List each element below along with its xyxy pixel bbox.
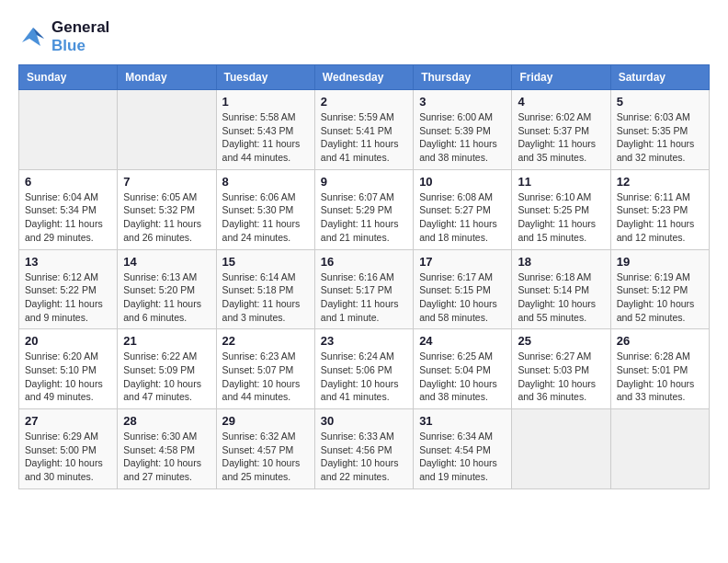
logo-line1: General	[51, 18, 109, 37]
day-info: Sunrise: 6:04 AM Sunset: 5:34 PM Dayligh…	[25, 190, 111, 245]
day-number: 23	[321, 334, 407, 348]
day-info: Sunrise: 6:34 AM Sunset: 4:54 PM Dayligh…	[419, 430, 506, 484]
header-wednesday: Wednesday	[314, 65, 413, 90]
day-number: 27	[25, 414, 111, 428]
day-number: 1	[222, 95, 309, 109]
day-number: 31	[419, 414, 506, 428]
day-number: 3	[419, 95, 506, 109]
day-info: Sunrise: 6:18 AM Sunset: 5:14 PM Dayligh…	[518, 270, 604, 325]
day-number: 13	[25, 255, 111, 269]
day-number: 6	[25, 175, 111, 189]
calendar-cell: 24Sunrise: 6:25 AM Sunset: 5:04 PM Dayli…	[414, 329, 512, 409]
calendar-cell: 31Sunrise: 6:34 AM Sunset: 4:54 PM Dayli…	[414, 409, 512, 489]
header-saturday: Saturday	[610, 65, 709, 90]
calendar-week-row: 20Sunrise: 6:20 AM Sunset: 5:10 PM Dayli…	[19, 329, 710, 409]
day-info: Sunrise: 6:02 AM Sunset: 5:37 PM Dayligh…	[518, 110, 604, 165]
day-info: Sunrise: 6:19 AM Sunset: 5:12 PM Dayligh…	[617, 270, 703, 325]
calendar-week-row: 13Sunrise: 6:12 AM Sunset: 5:22 PM Dayli…	[19, 249, 710, 329]
day-info: Sunrise: 6:13 AM Sunset: 5:20 PM Dayligh…	[123, 270, 210, 325]
logo-line2: Blue	[51, 37, 109, 55]
day-number: 10	[419, 175, 506, 189]
header-monday: Monday	[118, 65, 216, 90]
day-number: 18	[518, 255, 604, 269]
day-info: Sunrise: 6:24 AM Sunset: 5:06 PM Dayligh…	[321, 350, 407, 404]
header-thursday: Thursday	[414, 65, 512, 90]
day-info: Sunrise: 6:08 AM Sunset: 5:27 PM Dayligh…	[419, 190, 506, 245]
calendar-cell: 6Sunrise: 6:04 AM Sunset: 5:34 PM Daylig…	[19, 169, 118, 249]
day-info: Sunrise: 5:59 AM Sunset: 5:41 PM Dayligh…	[321, 110, 407, 165]
day-info: Sunrise: 6:30 AM Sunset: 4:58 PM Dayligh…	[123, 430, 210, 484]
calendar-cell	[610, 409, 709, 489]
day-info: Sunrise: 6:05 AM Sunset: 5:32 PM Dayligh…	[123, 190, 210, 245]
calendar-cell: 11Sunrise: 6:10 AM Sunset: 5:25 PM Dayli…	[512, 169, 610, 249]
day-number: 20	[25, 334, 111, 348]
calendar-cell: 30Sunrise: 6:33 AM Sunset: 4:56 PM Dayli…	[314, 409, 413, 489]
calendar-cell	[19, 90, 118, 170]
day-info: Sunrise: 6:11 AM Sunset: 5:23 PM Dayligh…	[617, 190, 703, 245]
day-number: 30	[321, 414, 407, 428]
calendar-cell: 1Sunrise: 5:58 AM Sunset: 5:43 PM Daylig…	[216, 90, 314, 170]
calendar-cell: 27Sunrise: 6:29 AM Sunset: 5:00 PM Dayli…	[19, 409, 118, 489]
day-info: Sunrise: 6:07 AM Sunset: 5:29 PM Dayligh…	[321, 190, 407, 245]
day-number: 14	[123, 255, 210, 269]
page-header: General Blue	[18, 18, 710, 55]
day-info: Sunrise: 6:33 AM Sunset: 4:56 PM Dayligh…	[321, 430, 407, 484]
calendar-cell: 10Sunrise: 6:08 AM Sunset: 5:27 PM Dayli…	[414, 169, 512, 249]
day-info: Sunrise: 6:20 AM Sunset: 5:10 PM Dayligh…	[25, 350, 111, 404]
day-info: Sunrise: 6:28 AM Sunset: 5:01 PM Dayligh…	[617, 350, 703, 404]
header-friday: Friday	[512, 65, 610, 90]
calendar-cell: 20Sunrise: 6:20 AM Sunset: 5:10 PM Dayli…	[19, 329, 118, 409]
calendar-cell: 5Sunrise: 6:03 AM Sunset: 5:35 PM Daylig…	[610, 90, 709, 170]
day-number: 8	[222, 175, 309, 189]
day-number: 9	[321, 175, 407, 189]
day-info: Sunrise: 6:10 AM Sunset: 5:25 PM Dayligh…	[518, 190, 604, 245]
calendar-table: SundayMondayTuesdayWednesdayThursdayFrid…	[18, 64, 710, 489]
day-number: 22	[222, 334, 309, 348]
day-info: Sunrise: 6:17 AM Sunset: 5:15 PM Dayligh…	[419, 270, 506, 325]
calendar-week-row: 1Sunrise: 5:58 AM Sunset: 5:43 PM Daylig…	[19, 90, 710, 170]
day-info: Sunrise: 6:22 AM Sunset: 5:09 PM Dayligh…	[123, 350, 210, 404]
calendar-cell: 26Sunrise: 6:28 AM Sunset: 5:01 PM Dayli…	[610, 329, 709, 409]
calendar-cell: 9Sunrise: 6:07 AM Sunset: 5:29 PM Daylig…	[314, 169, 413, 249]
day-number: 15	[222, 255, 309, 269]
calendar-cell: 22Sunrise: 6:23 AM Sunset: 5:07 PM Dayli…	[216, 329, 314, 409]
calendar-cell: 8Sunrise: 6:06 AM Sunset: 5:30 PM Daylig…	[216, 169, 314, 249]
day-info: Sunrise: 6:16 AM Sunset: 5:17 PM Dayligh…	[321, 270, 407, 325]
calendar-cell: 13Sunrise: 6:12 AM Sunset: 5:22 PM Dayli…	[19, 249, 118, 329]
day-number: 19	[617, 255, 703, 269]
day-number: 11	[518, 175, 604, 189]
day-info: Sunrise: 6:03 AM Sunset: 5:35 PM Dayligh…	[617, 110, 703, 165]
calendar-cell: 15Sunrise: 6:14 AM Sunset: 5:18 PM Dayli…	[216, 249, 314, 329]
calendar-cell: 3Sunrise: 6:00 AM Sunset: 5:39 PM Daylig…	[414, 90, 512, 170]
day-number: 24	[419, 334, 506, 348]
day-info: Sunrise: 6:00 AM Sunset: 5:39 PM Dayligh…	[419, 110, 506, 165]
day-number: 2	[321, 95, 407, 109]
day-number: 28	[123, 414, 210, 428]
calendar-cell: 19Sunrise: 6:19 AM Sunset: 5:12 PM Dayli…	[610, 249, 709, 329]
calendar-cell: 16Sunrise: 6:16 AM Sunset: 5:17 PM Dayli…	[314, 249, 413, 329]
day-number: 16	[321, 255, 407, 269]
calendar-week-row: 27Sunrise: 6:29 AM Sunset: 5:00 PM Dayli…	[19, 409, 710, 489]
logo-icon	[18, 24, 48, 50]
day-info: Sunrise: 5:58 AM Sunset: 5:43 PM Dayligh…	[222, 110, 309, 165]
day-info: Sunrise: 6:29 AM Sunset: 5:00 PM Dayligh…	[25, 430, 111, 484]
calendar-cell	[118, 90, 216, 170]
day-info: Sunrise: 6:12 AM Sunset: 5:22 PM Dayligh…	[25, 270, 111, 325]
logo: General Blue	[18, 18, 109, 55]
day-info: Sunrise: 6:23 AM Sunset: 5:07 PM Dayligh…	[222, 350, 309, 404]
day-info: Sunrise: 6:06 AM Sunset: 5:30 PM Dayligh…	[222, 190, 309, 245]
day-info: Sunrise: 6:14 AM Sunset: 5:18 PM Dayligh…	[222, 270, 309, 325]
calendar-cell: 29Sunrise: 6:32 AM Sunset: 4:57 PM Dayli…	[216, 409, 314, 489]
calendar-cell: 21Sunrise: 6:22 AM Sunset: 5:09 PM Dayli…	[118, 329, 216, 409]
calendar-cell: 17Sunrise: 6:17 AM Sunset: 5:15 PM Dayli…	[414, 249, 512, 329]
calendar-cell: 14Sunrise: 6:13 AM Sunset: 5:20 PM Dayli…	[118, 249, 216, 329]
day-info: Sunrise: 6:25 AM Sunset: 5:04 PM Dayligh…	[419, 350, 506, 404]
day-info: Sunrise: 6:27 AM Sunset: 5:03 PM Dayligh…	[518, 350, 604, 404]
calendar-cell: 28Sunrise: 6:30 AM Sunset: 4:58 PM Dayli…	[118, 409, 216, 489]
calendar-week-row: 6Sunrise: 6:04 AM Sunset: 5:34 PM Daylig…	[19, 169, 710, 249]
calendar-cell: 23Sunrise: 6:24 AM Sunset: 5:06 PM Dayli…	[314, 329, 413, 409]
day-number: 25	[518, 334, 604, 348]
day-number: 29	[222, 414, 309, 428]
day-number: 26	[617, 334, 703, 348]
header-tuesday: Tuesday	[216, 65, 314, 90]
